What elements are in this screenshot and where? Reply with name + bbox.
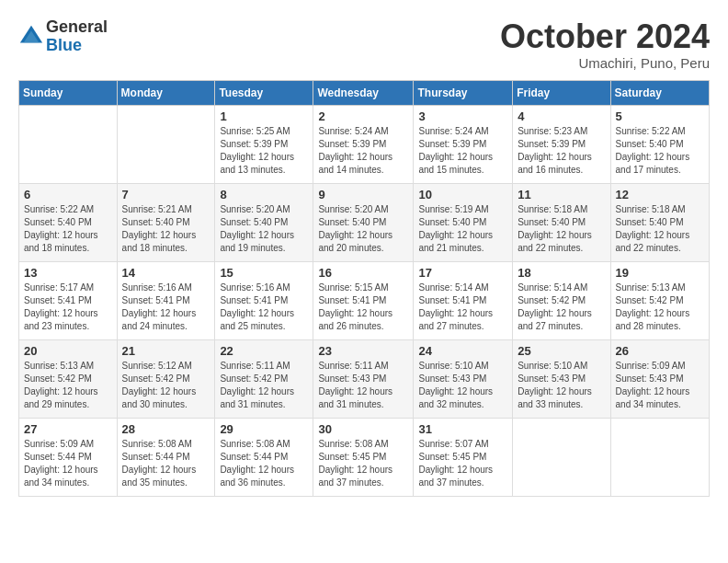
- header-wednesday: Wednesday: [313, 80, 414, 105]
- calendar-cell: 18Sunrise: 5:14 AMSunset: 5:42 PMDayligh…: [513, 261, 610, 339]
- header-saturday: Saturday: [610, 80, 709, 105]
- day-number: 16: [318, 266, 408, 280]
- calendar-cell: 28Sunrise: 5:08 AMSunset: 5:44 PMDayligh…: [117, 418, 215, 496]
- calendar-cell: [513, 418, 610, 496]
- day-number: 24: [418, 344, 507, 358]
- day-number: 20: [24, 344, 112, 358]
- title-section: October 2024 Umachiri, Puno, Peru: [500, 18, 710, 71]
- day-number: 9: [318, 188, 408, 201]
- logo-icon: [18, 24, 44, 50]
- calendar-cell: 27Sunrise: 5:09 AMSunset: 5:44 PMDayligh…: [19, 418, 118, 496]
- day-number: 3: [418, 109, 507, 123]
- day-info: Sunrise: 5:21 AMSunset: 5:40 PMDaylight:…: [122, 203, 210, 255]
- day-info: Sunrise: 5:08 AMSunset: 5:44 PMDaylight:…: [220, 438, 308, 489]
- day-number: 28: [122, 422, 210, 436]
- calendar-cell: 11Sunrise: 5:18 AMSunset: 5:40 PMDayligh…: [513, 183, 610, 261]
- day-info: Sunrise: 5:20 AMSunset: 5:40 PMDaylight:…: [318, 203, 408, 255]
- day-info: Sunrise: 5:15 AMSunset: 5:41 PMDaylight:…: [318, 282, 408, 333]
- header-row: SundayMondayTuesdayWednesdayThursdayFrid…: [19, 80, 710, 105]
- calendar-cell: 31Sunrise: 5:07 AMSunset: 5:45 PMDayligh…: [414, 418, 513, 496]
- calendar-cell: 14Sunrise: 5:16 AMSunset: 5:41 PMDayligh…: [117, 261, 215, 339]
- calendar-cell: 6Sunrise: 5:22 AMSunset: 5:40 PMDaylight…: [19, 183, 118, 261]
- day-info: Sunrise: 5:25 AMSunset: 5:39 PMDaylight:…: [220, 125, 308, 177]
- day-info: Sunrise: 5:11 AMSunset: 5:42 PMDaylight:…: [220, 360, 308, 411]
- calendar-cell: 2Sunrise: 5:24 AMSunset: 5:39 PMDaylight…: [313, 105, 414, 183]
- day-number: 5: [616, 109, 704, 123]
- header-tuesday: Tuesday: [215, 80, 313, 105]
- calendar-cell: 3Sunrise: 5:24 AMSunset: 5:39 PMDaylight…: [414, 105, 513, 183]
- calendar-cell: [610, 418, 709, 496]
- day-number: 26: [616, 344, 704, 358]
- calendar-cell: 13Sunrise: 5:17 AMSunset: 5:41 PMDayligh…: [19, 261, 118, 339]
- day-number: 11: [518, 188, 605, 201]
- day-info: Sunrise: 5:19 AMSunset: 5:40 PMDaylight:…: [418, 203, 507, 255]
- day-info: Sunrise: 5:14 AMSunset: 5:42 PMDaylight:…: [518, 282, 605, 333]
- day-info: Sunrise: 5:24 AMSunset: 5:39 PMDaylight:…: [418, 125, 507, 177]
- calendar-cell: 4Sunrise: 5:23 AMSunset: 5:39 PMDaylight…: [513, 105, 610, 183]
- day-info: Sunrise: 5:10 AMSunset: 5:43 PMDaylight:…: [418, 360, 507, 411]
- day-info: Sunrise: 5:08 AMSunset: 5:45 PMDaylight:…: [318, 438, 408, 489]
- day-info: Sunrise: 5:09 AMSunset: 5:43 PMDaylight:…: [616, 360, 704, 411]
- day-info: Sunrise: 5:23 AMSunset: 5:39 PMDaylight:…: [518, 125, 605, 177]
- day-info: Sunrise: 5:18 AMSunset: 5:40 PMDaylight:…: [616, 203, 704, 255]
- calendar-cell: 21Sunrise: 5:12 AMSunset: 5:42 PMDayligh…: [117, 339, 215, 418]
- calendar-cell: 8Sunrise: 5:20 AMSunset: 5:40 PMDaylight…: [215, 183, 313, 261]
- calendar-cell: 5Sunrise: 5:22 AMSunset: 5:40 PMDaylight…: [610, 105, 709, 183]
- header-sunday: Sunday: [19, 80, 118, 105]
- day-info: Sunrise: 5:24 AMSunset: 5:39 PMDaylight:…: [318, 125, 408, 177]
- logo-text: General Blue: [46, 18, 108, 55]
- calendar-cell: 29Sunrise: 5:08 AMSunset: 5:44 PMDayligh…: [215, 418, 313, 496]
- day-info: Sunrise: 5:14 AMSunset: 5:41 PMDaylight:…: [418, 282, 507, 333]
- day-number: 15: [220, 266, 308, 280]
- week-row-4: 20Sunrise: 5:13 AMSunset: 5:42 PMDayligh…: [19, 339, 710, 418]
- day-info: Sunrise: 5:09 AMSunset: 5:44 PMDaylight:…: [24, 438, 112, 489]
- header-friday: Friday: [513, 80, 610, 105]
- day-info: Sunrise: 5:18 AMSunset: 5:40 PMDaylight:…: [518, 203, 605, 255]
- day-number: 7: [122, 188, 210, 201]
- day-number: 31: [418, 422, 507, 436]
- calendar-cell: 12Sunrise: 5:18 AMSunset: 5:40 PMDayligh…: [610, 183, 709, 261]
- calendar-cell: 22Sunrise: 5:11 AMSunset: 5:42 PMDayligh…: [215, 339, 313, 418]
- day-number: 4: [518, 109, 605, 123]
- day-number: 25: [518, 344, 605, 358]
- calendar-cell: 24Sunrise: 5:10 AMSunset: 5:43 PMDayligh…: [414, 339, 513, 418]
- day-number: 14: [122, 266, 210, 280]
- week-row-3: 13Sunrise: 5:17 AMSunset: 5:41 PMDayligh…: [19, 261, 710, 339]
- calendar-cell: 15Sunrise: 5:16 AMSunset: 5:41 PMDayligh…: [215, 261, 313, 339]
- calendar-cell: 17Sunrise: 5:14 AMSunset: 5:41 PMDayligh…: [414, 261, 513, 339]
- calendar-cell: [117, 105, 215, 183]
- logo-general: General: [46, 18, 108, 37]
- day-info: Sunrise: 5:07 AMSunset: 5:45 PMDaylight:…: [418, 438, 507, 489]
- calendar-cell: 23Sunrise: 5:11 AMSunset: 5:43 PMDayligh…: [313, 339, 414, 418]
- day-number: 30: [318, 422, 408, 436]
- day-number: 17: [418, 266, 507, 280]
- day-number: 23: [318, 344, 408, 358]
- day-info: Sunrise: 5:16 AMSunset: 5:41 PMDaylight:…: [220, 282, 308, 333]
- day-info: Sunrise: 5:12 AMSunset: 5:42 PMDaylight:…: [122, 360, 210, 411]
- week-row-2: 6Sunrise: 5:22 AMSunset: 5:40 PMDaylight…: [19, 183, 710, 261]
- day-info: Sunrise: 5:20 AMSunset: 5:40 PMDaylight:…: [220, 203, 308, 255]
- day-number: 29: [220, 422, 308, 436]
- day-number: 6: [24, 188, 112, 201]
- calendar-table: SundayMondayTuesdayWednesdayThursdayFrid…: [18, 80, 710, 497]
- day-number: 19: [616, 266, 704, 280]
- page-header: General Blue October 2024 Umachiri, Puno…: [18, 18, 710, 71]
- logo: General Blue: [18, 18, 108, 55]
- day-info: Sunrise: 5:13 AMSunset: 5:42 PMDaylight:…: [616, 282, 704, 333]
- calendar-cell: 25Sunrise: 5:10 AMSunset: 5:43 PMDayligh…: [513, 339, 610, 418]
- week-row-1: 1Sunrise: 5:25 AMSunset: 5:39 PMDaylight…: [19, 105, 710, 183]
- calendar-cell: 16Sunrise: 5:15 AMSunset: 5:41 PMDayligh…: [313, 261, 414, 339]
- calendar-cell: 10Sunrise: 5:19 AMSunset: 5:40 PMDayligh…: [414, 183, 513, 261]
- calendar-cell: 7Sunrise: 5:21 AMSunset: 5:40 PMDaylight…: [117, 183, 215, 261]
- day-number: 2: [318, 109, 408, 123]
- day-info: Sunrise: 5:17 AMSunset: 5:41 PMDaylight:…: [24, 282, 112, 333]
- day-number: 21: [122, 344, 210, 358]
- day-info: Sunrise: 5:16 AMSunset: 5:41 PMDaylight:…: [122, 282, 210, 333]
- day-info: Sunrise: 5:13 AMSunset: 5:42 PMDaylight:…: [24, 360, 112, 411]
- logo-blue: Blue: [46, 37, 108, 55]
- day-number: 8: [220, 188, 308, 201]
- calendar-cell: 19Sunrise: 5:13 AMSunset: 5:42 PMDayligh…: [610, 261, 709, 339]
- day-number: 22: [220, 344, 308, 358]
- day-number: 18: [518, 266, 605, 280]
- day-number: 12: [616, 188, 704, 201]
